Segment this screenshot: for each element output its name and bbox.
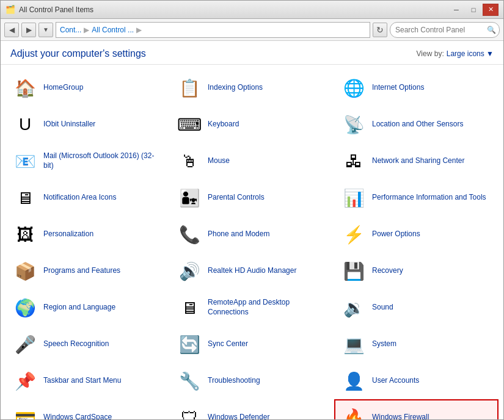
label-mouse: Mouse bbox=[208, 156, 230, 166]
item-region-language[interactable]: 🌍Region and Language bbox=[5, 289, 170, 326]
label-troubleshooting: Troubleshooting bbox=[208, 376, 260, 386]
icon-indexing-options: 📋 bbox=[177, 76, 202, 100]
label-indexing-options: Indexing Options bbox=[208, 83, 263, 93]
icon-remoteapp: 🖥 bbox=[177, 295, 202, 320]
icon-taskbar-start: 📌 bbox=[13, 369, 37, 393]
icon-troubleshooting: 🔧 bbox=[177, 369, 202, 393]
view-by-dropdown[interactable]: Large icons ▼ bbox=[447, 49, 494, 58]
icon-windows-defender: 🛡 bbox=[177, 405, 202, 419]
icon-mouse: 🖱 bbox=[177, 149, 202, 173]
item-windows-defender[interactable]: 🛡Windows Defender bbox=[170, 399, 334, 419]
title-bar-controls: ─ □ ✕ bbox=[448, 4, 499, 16]
item-user-accounts[interactable]: 👤User Accounts bbox=[334, 363, 499, 399]
label-region-language: Region and Language bbox=[43, 303, 115, 313]
refresh-button[interactable]: ↻ bbox=[373, 23, 387, 37]
window-icon: 🗂️ bbox=[5, 5, 15, 14]
maximize-button[interactable]: □ bbox=[466, 4, 481, 16]
view-by-control: View by: Large icons ▼ bbox=[417, 49, 494, 58]
item-programs-features[interactable]: 📦Programs and Features bbox=[5, 253, 170, 289]
main-window: 🗂️ All Control Panel Items ─ □ ✕ ◀ ▶ ▼ C… bbox=[0, 0, 504, 420]
label-mail: Mail (Microsoft Outlook 2016) (32-bit) bbox=[43, 151, 163, 170]
label-realtek: Realtek HD Audio Manager bbox=[208, 266, 296, 276]
close-button[interactable]: ✕ bbox=[483, 4, 499, 16]
icon-phone-modem: 📞 bbox=[177, 222, 202, 247]
item-taskbar-start[interactable]: 📌Taskbar and Start Menu bbox=[5, 363, 170, 399]
view-by-label: View by: bbox=[417, 49, 444, 58]
icon-system: 💻 bbox=[341, 332, 366, 357]
icon-network-sharing: 🖧 bbox=[341, 149, 366, 173]
label-notification-icons: Notification Area Icons bbox=[43, 193, 116, 203]
label-performance: Performance Information and Tools bbox=[372, 193, 486, 203]
icon-homegroup: 🏠 bbox=[13, 76, 37, 100]
item-parental-controls[interactable]: 👨‍👧Parental Controls bbox=[170, 179, 334, 216]
label-recovery: Recovery bbox=[372, 266, 403, 276]
item-iobit-uninstaller[interactable]: UIObit Uninstaller bbox=[5, 106, 170, 143]
title-bar-title: All Control Panel Items bbox=[19, 5, 93, 14]
label-programs-features: Programs and Features bbox=[43, 266, 120, 276]
content-area: Adjust your computer's settings View by:… bbox=[1, 41, 503, 419]
forward-button[interactable]: ▶ bbox=[21, 23, 36, 37]
item-keyboard[interactable]: ⌨Keyboard bbox=[170, 106, 334, 143]
breadcrumb-all-control[interactable]: All Control ... bbox=[92, 26, 134, 34]
breadcrumb-cont[interactable]: Cont... bbox=[60, 26, 81, 34]
item-windows-cardspace[interactable]: 💳Windows CardSpace bbox=[5, 399, 170, 419]
icon-power-options: ⚡ bbox=[341, 222, 366, 247]
search-input[interactable] bbox=[395, 26, 487, 34]
page-title: Adjust your computer's settings bbox=[10, 48, 146, 59]
minimize-button[interactable]: ─ bbox=[448, 4, 464, 16]
label-windows-defender: Windows Defender bbox=[208, 413, 269, 419]
item-sound[interactable]: 🔉Sound bbox=[334, 289, 499, 326]
search-bar: 🔍 bbox=[390, 22, 500, 38]
label-user-accounts: User Accounts bbox=[372, 376, 419, 386]
item-network-sharing[interactable]: 🖧Network and Sharing Center bbox=[334, 143, 499, 179]
item-sync-center[interactable]: 🔄Sync Center bbox=[170, 326, 334, 363]
item-power-options[interactable]: ⚡Power Options bbox=[334, 216, 499, 253]
icon-mail: 📧 bbox=[13, 149, 37, 173]
item-system[interactable]: 💻System bbox=[334, 326, 499, 363]
item-remoteapp[interactable]: 🖥RemoteApp and Desktop Connections bbox=[170, 289, 334, 326]
label-speech-recognition: Speech Recognition bbox=[43, 339, 109, 349]
item-phone-modem[interactable]: 📞Phone and Modem bbox=[170, 216, 334, 253]
label-personalization: Personalization bbox=[43, 230, 93, 239]
icon-personalization: 🖼 bbox=[13, 222, 37, 247]
item-homegroup[interactable]: 🏠HomeGroup bbox=[5, 70, 170, 106]
icon-internet-options: 🌐 bbox=[341, 76, 366, 100]
item-realtek[interactable]: 🔊Realtek HD Audio Manager bbox=[170, 253, 334, 289]
item-indexing-options[interactable]: 📋Indexing Options bbox=[170, 70, 334, 106]
label-taskbar-start: Taskbar and Start Menu bbox=[43, 376, 121, 386]
label-network-sharing: Network and Sharing Center bbox=[372, 156, 464, 166]
icon-windows-firewall: 🔥 bbox=[341, 405, 366, 419]
icon-parental-controls: 👨‍👧 bbox=[177, 186, 202, 210]
label-iobit-uninstaller: IObit Uninstaller bbox=[43, 120, 95, 129]
icon-region-language: 🌍 bbox=[13, 295, 37, 320]
item-notification-icons[interactable]: 🖥Notification Area Icons bbox=[5, 179, 170, 216]
search-icon[interactable]: 🔍 bbox=[487, 26, 496, 34]
item-internet-options[interactable]: 🌐Internet Options bbox=[334, 70, 499, 106]
item-windows-firewall[interactable]: 🔥Windows Firewall bbox=[334, 399, 499, 419]
item-personalization[interactable]: 🖼Personalization bbox=[5, 216, 170, 253]
item-recovery[interactable]: 💾Recovery bbox=[334, 253, 499, 289]
item-performance[interactable]: 📊Performance Information and Tools bbox=[334, 179, 499, 216]
icon-recovery: 💾 bbox=[341, 259, 366, 283]
title-bar-left: 🗂️ All Control Panel Items bbox=[5, 5, 93, 14]
item-mail[interactable]: 📧Mail (Microsoft Outlook 2016) (32-bit) bbox=[5, 143, 170, 179]
icon-notification-icons: 🖥 bbox=[13, 186, 37, 210]
item-mouse[interactable]: 🖱Mouse bbox=[170, 143, 334, 179]
item-location-sensors[interactable]: 📡Location and Other Sensors bbox=[334, 106, 499, 143]
up-button[interactable]: ▼ bbox=[38, 23, 53, 37]
icon-speech-recognition: 🎤 bbox=[13, 332, 37, 357]
label-keyboard: Keyboard bbox=[208, 120, 239, 129]
label-windows-firewall: Windows Firewall bbox=[372, 413, 429, 419]
main-area: Adjust your computer's settings View by:… bbox=[1, 41, 503, 419]
label-internet-options: Internet Options bbox=[372, 83, 424, 93]
item-speech-recognition[interactable]: 🎤Speech Recognition bbox=[5, 326, 170, 363]
item-troubleshooting[interactable]: 🔧Troubleshooting bbox=[170, 363, 334, 399]
address-bar: ◀ ▶ ▼ Cont... ▶ All Control ... ▶ ↻ 🔍 bbox=[1, 19, 503, 41]
label-parental-controls: Parental Controls bbox=[208, 193, 265, 203]
icon-sync-center: 🔄 bbox=[177, 332, 202, 357]
items-grid: 🏠HomeGroup📋Indexing Options🌐Internet Opt… bbox=[1, 65, 503, 419]
icon-sound: 🔉 bbox=[341, 295, 366, 320]
breadcrumb: Cont... ▶ All Control ... ▶ bbox=[56, 22, 370, 38]
back-button[interactable]: ◀ bbox=[4, 23, 19, 37]
label-phone-modem: Phone and Modem bbox=[208, 230, 269, 239]
